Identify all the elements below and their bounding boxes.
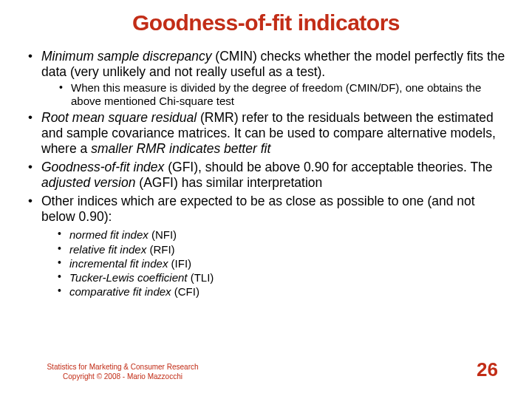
- emphasis: smaller RMR indicates better fit: [91, 141, 270, 156]
- term: incremental fit index: [69, 257, 168, 270]
- bullet-item: Goodness-of-fit index (GFI), should be a…: [35, 160, 510, 191]
- slide: Goodness-of-fit indicators Minimum sampl…: [0, 0, 532, 399]
- text: (CFI): [171, 285, 200, 298]
- term: Goodness-of-fit index: [41, 160, 164, 174]
- bullet-item: Minimum sample discrepancy (CMIN) checks…: [35, 49, 510, 107]
- footer-line: Statistics for Marketing & Consumer Rese…: [27, 363, 219, 372]
- text: When this measure is divided by the degr…: [71, 81, 481, 107]
- bullet-item: Other indices which are expected to be a…: [35, 194, 510, 299]
- emphasis: adjusted version: [41, 175, 135, 190]
- text: Other indices which are expected to be a…: [41, 194, 475, 224]
- slide-title: Goodness-of-fit indicators: [22, 0, 510, 49]
- text: (NFI): [149, 228, 177, 241]
- page-number: 26: [477, 358, 498, 381]
- sub-bullet-item: comparative fit index (CFI): [64, 284, 510, 299]
- text: (RFI): [146, 243, 174, 256]
- term: Tucker-Lewis coefficient: [69, 271, 188, 284]
- footer-line: Copyright © 2008 - Mario Mazzocchi: [27, 372, 219, 382]
- term: relative fit index: [69, 243, 146, 256]
- term: normed fit index: [69, 228, 149, 241]
- term: Minimum sample discrepancy: [41, 49, 212, 64]
- sub-bullet-item: normed fit index (NFI): [64, 228, 510, 242]
- sub-bullet-item: Tucker-Lewis coefficient (TLI): [64, 270, 510, 284]
- footer-text: Statistics for Marketing & Consumer Rese…: [27, 363, 219, 381]
- slide-footer: Statistics for Marketing & Consumer Rese…: [0, 363, 532, 381]
- text: (GFI), should be above 0.90 for acceptab…: [164, 160, 492, 174]
- sub-bullet-item: incremental fit index (IFI): [64, 256, 510, 270]
- term: Root mean square residual: [41, 110, 197, 125]
- text: (IFI): [168, 257, 191, 270]
- sub-bullet-item: relative fit index (RFI): [64, 242, 510, 256]
- sub-bullet-item: When this measure is divided by the degr…: [65, 81, 510, 107]
- term: comparative fit index: [69, 285, 171, 298]
- bullet-item: Root mean square residual (RMR) refer to…: [35, 110, 510, 157]
- text: (TLI): [188, 271, 214, 284]
- sub-bullet-list: normed fit index (NFI) relative fit inde…: [41, 228, 510, 299]
- bullet-list: Minimum sample discrepancy (CMIN) checks…: [22, 49, 510, 299]
- sub-bullet-list: When this measure is divided by the degr…: [41, 81, 510, 107]
- text: (AGFI) has similar interpretation: [135, 175, 322, 190]
